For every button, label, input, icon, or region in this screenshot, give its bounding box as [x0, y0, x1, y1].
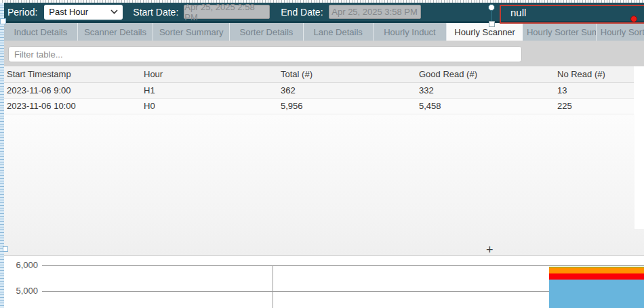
selection-circle-handle[interactable] — [488, 4, 495, 11]
filter-input[interactable] — [8, 46, 522, 62]
y-axis-tick-label: 6,000 — [3, 261, 38, 270]
tab-label: Hourly Sorter Summar — [527, 27, 597, 37]
selected-element-value: null — [510, 7, 526, 18]
table-scrollbar-track[interactable] — [635, 66, 644, 229]
table-cell: 2023-11-06 9:00 — [7, 83, 71, 98]
selection-square-handle[interactable] — [489, 21, 495, 27]
column-header-hour[interactable]: Hour — [144, 66, 163, 83]
error-dot-icon — [630, 16, 637, 22]
table-body: 2023-11-06 9:00H1362332132023-11-06 10:0… — [4, 83, 634, 114]
designer-canvas: Period: Past Hour Start Date: Apr 25, 20… — [0, 0, 644, 308]
tab-label: Lane Details — [314, 27, 363, 37]
tab-hourly-sort[interactable]: Hourly Sort — [597, 23, 644, 41]
tab-lane-details[interactable]: Lane Details — [304, 23, 374, 41]
column-header-start-timestamp[interactable]: Start Timestamp — [7, 66, 71, 83]
vertical-gridline — [273, 265, 273, 308]
table-cell: 5,956 — [281, 99, 303, 114]
filter-bar — [4, 41, 644, 66]
table-cell: 225 — [557, 99, 572, 114]
left-ruler — [0, 0, 4, 308]
table-cell: 2023-11-06 10:00 — [7, 99, 76, 114]
tab-sorter-summary[interactable]: Sorter Summary — [153, 23, 230, 41]
tab-label: Sorter Summary — [159, 27, 224, 37]
resize-handle-left-bottom[interactable] — [3, 246, 8, 252]
end-date-label: End Date: — [281, 7, 323, 18]
tab-label: Induct Details — [14, 27, 67, 37]
table-empty-area — [4, 114, 644, 256]
table-cell: 332 — [419, 83, 434, 98]
tab-hourly-sorter-summar[interactable]: Hourly Sorter Summar — [523, 23, 597, 41]
table-cell: H1 — [144, 83, 155, 98]
tab-bar: Induct DetailsScanner DetailsSorter Summ… — [4, 23, 644, 41]
start-date-label: Start Date: — [133, 7, 178, 18]
table-cell: 5,458 — [419, 99, 441, 114]
table-row[interactable]: 2023-11-06 10:00H05,9565,458225 — [4, 99, 634, 114]
tab-label: Hourly Scanner — [454, 27, 515, 37]
end-date-input[interactable]: Apr 25, 2025 3:58 PM — [329, 5, 421, 19]
column-header-no-read-[interactable]: No Read (#) — [557, 66, 605, 83]
table-cell: 362 — [281, 83, 296, 98]
tab-label: Hourly Sort — [601, 27, 644, 37]
add-component-plus-icon[interactable]: + — [486, 243, 494, 257]
table-header: Start TimestampHourTotal (#)Good Read (#… — [4, 66, 634, 83]
period-select-value: Past Hour — [49, 7, 88, 17]
tab-hourly-scanner[interactable]: Hourly Scanner — [447, 23, 523, 41]
bar-segment-no-read — [549, 273, 644, 280]
resize-handle-left-top[interactable] — [0, 18, 6, 24]
tab-label: Hourly Induct — [384, 27, 436, 37]
start-date-value: Apr 25, 2025 2:58 PM — [184, 2, 269, 22]
tab-label: Sorter Details — [240, 27, 294, 37]
end-date-value: Apr 25, 2025 3:58 PM — [331, 7, 417, 17]
period-label: Period: — [7, 7, 37, 18]
table-row[interactable]: 2023-11-06 9:00H136233213 — [4, 83, 634, 99]
table-cell: 13 — [557, 83, 567, 98]
tab-induct-details[interactable]: Induct Details — [4, 23, 78, 41]
period-select[interactable]: Past Hour — [44, 5, 123, 20]
chevron-down-icon — [110, 9, 118, 14]
y-axis-tick-label: 5,000 — [3, 286, 38, 296]
tab-hourly-induct[interactable]: Hourly Induct — [374, 23, 447, 41]
table-cell: H0 — [144, 99, 155, 114]
start-date-input[interactable]: Apr 25, 2025 2:58 PM — [184, 5, 270, 19]
tab-scanner-details[interactable]: Scanner Details — [78, 23, 154, 41]
column-header-total-[interactable]: Total (#) — [281, 66, 313, 83]
top-ruler — [0, 0, 644, 3]
hourly-scanner-bar-chart: 6,0005,000 — [0, 257, 644, 308]
tab-label: Scanner Details — [84, 27, 146, 37]
tab-sorter-details[interactable]: Sorter Details — [230, 23, 304, 41]
bar-segment-good-read — [549, 280, 644, 308]
bar-segment-unlabeled-orange — [549, 267, 644, 273]
column-header-good-read-[interactable]: Good Read (#) — [419, 66, 477, 83]
